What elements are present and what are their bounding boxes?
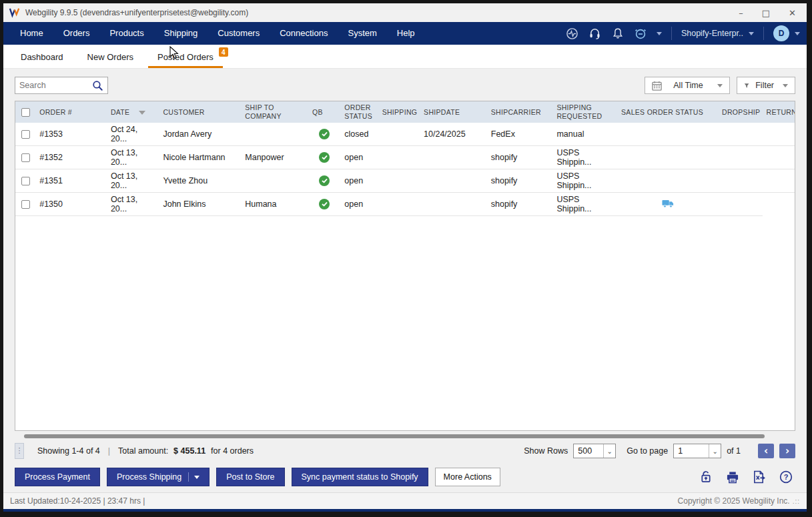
cell-return [763, 146, 795, 169]
cell-shipcarrier: shopify [487, 146, 553, 169]
window-resize-grip[interactable]: .:: [793, 498, 800, 505]
panel-grip-handle[interactable]: ⋮ [15, 443, 24, 459]
close-button[interactable]: ✕ [789, 9, 796, 17]
nav-customers[interactable]: Customers [208, 22, 270, 45]
nav-divider [763, 27, 764, 40]
nav-shipping[interactable]: Shipping [154, 22, 208, 45]
cell-sales-order-status [617, 146, 718, 169]
tab-bar: Dashboard New Orders Posted Orders 4 [3, 45, 807, 69]
nav-home[interactable]: Home [10, 22, 53, 45]
go-to-page-label: Go to page [627, 446, 668, 456]
show-rows-select[interactable]: 500 ⌄ [573, 444, 616, 458]
date-range-dropdown[interactable]: All Time [645, 77, 730, 94]
webgility-logo-icon [9, 7, 21, 18]
select-all-checkbox[interactable] [21, 108, 30, 117]
snooze-alarm-icon[interactable] [634, 27, 647, 40]
qb-posted-check-icon [319, 152, 330, 163]
filter-funnel-icon [744, 81, 749, 91]
search-icon[interactable] [92, 80, 103, 91]
col-shipcarrier[interactable]: SHIPCARRIER [487, 101, 553, 123]
footer-status-bar: Last Updated:10-24-2025 | 23:47 hrs | Co… [3, 492, 807, 509]
filter-dropdown[interactable]: Filter [737, 77, 795, 94]
tab-posted-orders[interactable]: Posted Orders 4 [148, 47, 223, 68]
unlock-icon[interactable] [699, 470, 713, 484]
user-menu[interactable]: D [773, 25, 800, 41]
tab-dashboard[interactable]: Dashboard [11, 47, 73, 68]
next-page-button[interactable]: › [779, 444, 795, 458]
table-row[interactable]: #1350 Oct 13, 20... John Elkins Humana o… [15, 193, 795, 216]
go-to-page-select[interactable]: 1 ⌄ [673, 444, 721, 458]
col-date[interactable]: DATE [107, 101, 159, 123]
notifications-bell-icon[interactable] [611, 27, 625, 40]
cell-dropship [617, 193, 718, 216]
date-range-caret-icon [717, 84, 723, 87]
row-checkbox[interactable] [21, 153, 30, 162]
row-checkbox[interactable] [21, 200, 30, 209]
col-order-status[interactable]: ORDER STATUS [340, 101, 378, 123]
cell-customer: Nicole Hartmann [159, 146, 241, 169]
col-customer[interactable]: CUSTOMER [159, 101, 241, 123]
process-shipping-caret-icon [194, 476, 199, 479]
showing-count: Showing 1-4 of 4 [37, 446, 100, 456]
orders-table-panel: ORDER # DATE CUSTOMER SHIP TO COMPANY QB… [15, 101, 795, 431]
cell-shipdate [420, 169, 487, 193]
nav-help[interactable]: Help [387, 22, 425, 45]
col-sales-order-status[interactable]: SALES ORDER STATUS [617, 101, 718, 123]
col-shipping[interactable]: SHIPPING [378, 101, 420, 123]
col-ship-to-company[interactable]: SHIP TO COMPANY [241, 101, 308, 123]
col-qb[interactable]: QB [308, 101, 340, 123]
nav-connections[interactable]: Connections [270, 22, 338, 45]
divider: | [105, 446, 113, 456]
sync-payment-status-button[interactable]: Sync payment status to Shopify [292, 468, 428, 486]
post-to-store-button[interactable]: Post to Store [216, 468, 284, 486]
nav-products[interactable]: Products [99, 22, 153, 45]
cell-shipping-requested: USPS Shippin... [552, 146, 617, 169]
page-count: of 1 [727, 446, 741, 456]
cell-ship-to-company [241, 169, 308, 193]
nav-orders[interactable]: Orders [53, 22, 100, 45]
support-headset-icon[interactable] [588, 27, 602, 40]
cell-shipping [378, 123, 420, 146]
tab-new-orders[interactable]: New Orders [78, 47, 143, 68]
snooze-dropdown-caret-icon[interactable] [657, 32, 662, 35]
process-shipping-button[interactable]: Process Shipping [107, 468, 210, 486]
avatar: D [773, 25, 789, 41]
col-return[interactable]: RETURN [763, 101, 795, 123]
search-box [15, 77, 108, 94]
activity-icon[interactable] [566, 27, 579, 40]
maximize-button[interactable]: □ [762, 9, 770, 17]
nav-system[interactable]: System [338, 22, 386, 45]
print-icon[interactable] [725, 470, 739, 484]
cell-return [763, 169, 795, 193]
col-shipdate-label: SHIPDATE [424, 108, 460, 116]
cell-order-number: #1350 [35, 193, 107, 216]
help-icon[interactable]: ? [779, 470, 793, 484]
scrollbar-thumb[interactable] [24, 434, 765, 438]
previous-page-button[interactable]: ‹ [758, 444, 774, 458]
row-checkbox[interactable] [21, 130, 30, 139]
window-bottom-accent [3, 509, 807, 512]
col-dropship[interactable]: DROPSHIP [718, 101, 762, 123]
table-row[interactable]: #1352 Oct 13, 20... Nicole Hartmann Manp… [15, 146, 795, 169]
cell-shipcarrier: shopify [487, 169, 553, 193]
table-header-row: ORDER # DATE CUSTOMER SHIP TO COMPANY QB… [15, 101, 795, 123]
col-order-number[interactable]: ORDER # [35, 101, 107, 123]
cell-order-number: #1352 [35, 146, 107, 169]
go-to-page-value: 1 [674, 444, 709, 458]
export-excel-icon[interactable] [752, 470, 766, 484]
col-shipdate[interactable]: SHIPDATE [420, 101, 487, 123]
col-shipping-requested[interactable]: SHIPPING REQUESTED [552, 101, 617, 123]
table-row[interactable]: #1353 Oct 24, 20... Jordan Avery closed … [15, 123, 795, 146]
minimize-button[interactable]: – [739, 9, 743, 17]
process-payment-button[interactable]: Process Payment [15, 468, 100, 486]
store-selector-label: Shopify-Enterpr.. [681, 29, 743, 38]
col-shipping-label: SHIPPING [382, 108, 418, 116]
total-amount-value: $ 455.11 [173, 446, 206, 456]
table-row[interactable]: #1351 Oct 13, 20... Yvette Zhou open sho… [15, 169, 795, 193]
store-selector-dropdown[interactable]: Shopify-Enterpr.. [681, 29, 754, 38]
more-actions-button[interactable]: More Actions [435, 468, 500, 486]
search-input[interactable] [19, 81, 92, 90]
row-checkbox[interactable] [21, 177, 30, 185]
cell-customer: John Elkins [159, 193, 241, 216]
cell-date: Oct 24, 20... [107, 123, 159, 146]
